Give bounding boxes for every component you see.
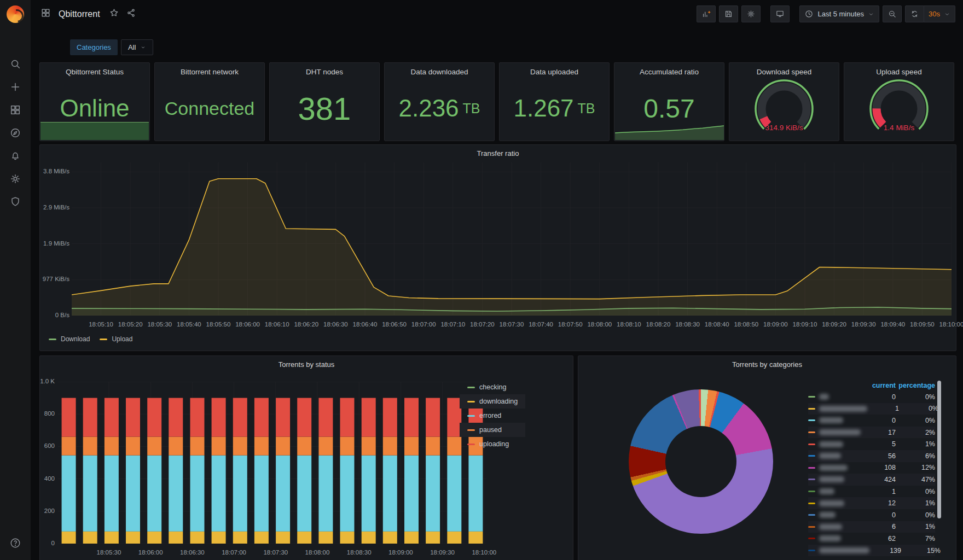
table-row[interactable]: 5 1% — [808, 438, 935, 450]
bar-segment-downloading — [468, 532, 483, 544]
legend-swatch — [808, 491, 815, 492]
table-row[interactable]: 0 0% — [808, 391, 935, 403]
cell-percentage: 1% — [896, 499, 935, 507]
bar-segment-uploading — [297, 398, 311, 437]
stat-panel-title: Bittorrent network — [155, 68, 264, 76]
table-row[interactable]: 0 0% — [808, 509, 935, 521]
bar-segment-uploading — [83, 398, 97, 437]
bar-segment-errored — [254, 456, 269, 532]
bar-segment-uploading — [362, 398, 376, 437]
bar-segment-errored — [105, 456, 119, 532]
category-label-redacted — [819, 547, 869, 553]
gauge-value: 314.9 KiB/s — [765, 124, 803, 132]
table-row[interactable]: 17 2% — [808, 427, 935, 439]
dashboard-settings-button[interactable] — [741, 5, 761, 22]
bar-segment-errored — [426, 456, 440, 532]
variable-value-dropdown[interactable]: All — [121, 39, 153, 55]
zoom-out-time-button[interactable] — [883, 5, 902, 22]
bar-segment-uploading — [212, 398, 226, 437]
table-scrollbar[interactable] — [937, 381, 941, 518]
stat-panel-dht-nodes: DHT nodes381 — [269, 62, 380, 141]
legend-swatch — [808, 538, 815, 539]
share-icon[interactable] — [126, 8, 136, 20]
create-icon[interactable] — [9, 81, 21, 93]
explore-icon[interactable] — [9, 127, 21, 139]
variable-label-categories[interactable]: Categories — [70, 39, 118, 55]
alerting-icon[interactable] — [9, 150, 21, 162]
legend-item-upload[interactable]: Upload — [100, 335, 132, 343]
legend-item-uploading[interactable]: uploading — [460, 437, 525, 451]
chart-legend: checkingdownloadingerroredpauseduploadin… — [460, 380, 525, 451]
legend-item-download[interactable]: Download — [49, 335, 90, 343]
stat-panel-title: Upload speed — [844, 68, 954, 76]
table-row[interactable]: 424 47% — [808, 474, 935, 486]
cell-current: 5 — [864, 440, 896, 448]
configuration-icon[interactable] — [9, 173, 21, 185]
table-row[interactable]: 0 0% — [808, 415, 935, 427]
column-header-current[interactable]: current — [864, 382, 896, 389]
category-label-redacted — [819, 535, 864, 541]
bar-segment-paused — [147, 437, 161, 456]
bar-segment-downloading — [83, 532, 97, 544]
x-axis-tick: 18:09:30 — [424, 549, 462, 556]
dashboard-title[interactable]: Qbittorrent — [59, 9, 100, 19]
bar-segment-errored — [83, 456, 97, 532]
cell-current: 0 — [864, 417, 896, 424]
stat-panel-upload-speed: Upload speed 1.4 MiB/s — [844, 62, 954, 141]
column-header-percentage[interactable]: percentage — [896, 382, 935, 389]
cell-current: 0 — [864, 393, 896, 401]
table-row[interactable]: 12 1% — [808, 497, 935, 509]
cell-current: 56 — [864, 452, 896, 460]
help-icon[interactable] — [9, 537, 21, 549]
dashboards-icon[interactable] — [9, 104, 21, 116]
panel-title[interactable]: Torrents by status — [40, 360, 573, 369]
time-range-picker[interactable]: Last 5 minutes — [799, 5, 879, 22]
y-axis-tick: 3.8 MiB/s — [37, 168, 69, 174]
table-row[interactable]: 62 7% — [808, 533, 935, 545]
dashboard-grid-icon[interactable] — [40, 8, 51, 20]
stat-panel-download-speed: Download speed 314.9 KiB/s — [729, 62, 839, 141]
category-label-redacted — [819, 488, 864, 494]
legend-item-downloading[interactable]: downloading — [460, 394, 525, 409]
table-row[interactable]: 139 15% — [808, 545, 935, 557]
bar-segment-paused — [190, 437, 205, 456]
table-row[interactable]: 1 0% — [808, 403, 935, 415]
chart-legend: DownloadUpload — [49, 335, 132, 343]
cell-current: 139 — [869, 547, 901, 555]
table-row[interactable]: 56 6% — [808, 450, 935, 462]
refresh-interval-picker[interactable]: 30s — [924, 5, 955, 22]
time-range-label: Last 5 minutes — [817, 10, 864, 18]
bar-segment-paused — [83, 437, 97, 456]
category-label-redacted — [819, 406, 867, 412]
legend-item-errored[interactable]: errored — [460, 409, 525, 423]
table-row[interactable]: 1 0% — [808, 486, 935, 498]
cell-percentage: 1% — [896, 523, 935, 530]
legend-item-paused[interactable]: paused — [460, 423, 525, 437]
legend-item-checking[interactable]: checking — [460, 380, 525, 394]
table-row[interactable]: 108 12% — [808, 462, 935, 474]
bar-segment-downloading — [404, 532, 419, 544]
bar-segment-paused — [126, 437, 140, 456]
add-panel-button[interactable] — [697, 5, 716, 22]
save-dashboard-button[interactable] — [719, 5, 738, 22]
cell-current: 12 — [864, 499, 896, 507]
panel-title[interactable]: Transfer ratio — [40, 149, 956, 158]
refresh-button[interactable] — [905, 5, 924, 22]
stat-panel-accumulated-ratio: Accumulated ratio0.57 — [614, 62, 724, 141]
cycle-view-button[interactable] — [770, 5, 790, 22]
legend-swatch — [808, 550, 815, 551]
bar-segment-downloading — [383, 532, 397, 544]
server-admin-icon[interactable] — [9, 196, 21, 208]
bar-segment-downloading — [276, 532, 290, 544]
submenu-bar: Categories All — [70, 39, 153, 55]
cell-current: 1 — [867, 405, 899, 412]
search-icon[interactable] — [9, 58, 21, 70]
category-label-redacted — [819, 476, 864, 482]
bar-segment-errored — [190, 456, 205, 532]
bar-segment-uploading — [404, 398, 419, 437]
bar-segment-paused — [254, 437, 269, 456]
star-icon[interactable] — [109, 8, 119, 20]
grafana-logo[interactable] — [7, 5, 24, 23]
table-row[interactable]: 6 1% — [808, 521, 935, 533]
panel-title[interactable]: Torrents by categories — [578, 360, 956, 369]
